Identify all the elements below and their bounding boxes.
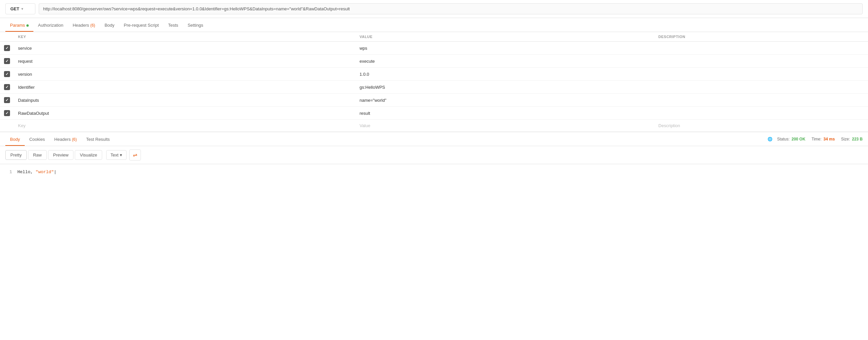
params-dot [26, 24, 29, 27]
row-checkbox[interactable] [4, 45, 10, 51]
param-value[interactable]: gs:HelloWPS [355, 81, 654, 94]
param-value[interactable]: execute [355, 55, 654, 68]
url-input[interactable] [39, 3, 863, 14]
col-value-header: VALUE [355, 32, 654, 42]
row-checkbox[interactable] [4, 97, 10, 103]
response-tab-body[interactable]: Body [5, 132, 25, 146]
table-row: KeyValueDescription [0, 120, 868, 132]
param-description[interactable] [654, 107, 868, 120]
response-tab-headers[interactable]: Headers (6) [50, 132, 82, 146]
tab-body[interactable]: Body [100, 18, 119, 32]
tab-pre-request-script[interactable]: Pre-request Script [119, 18, 163, 32]
format-btn-visualize[interactable]: Visualize [75, 150, 102, 160]
row-checkbox[interactable] [4, 110, 10, 116]
table-row: Identifiergs:HelloWPS [0, 81, 868, 94]
param-value[interactable]: 1.0.0 [355, 68, 654, 81]
request-tabs-bar: Params Authorization Headers (6) Body Pr… [0, 18, 868, 32]
code-content: Hello, "world"| [18, 170, 56, 174]
row-checkbox[interactable] [4, 84, 10, 90]
param-description[interactable] [654, 42, 868, 55]
globe-icon: 🌐 [768, 137, 773, 141]
table-row: servicewps [0, 42, 868, 55]
format-btn-pretty[interactable]: Pretty [5, 150, 27, 160]
param-description[interactable] [654, 68, 868, 81]
method-selector[interactable]: GET ▾ [5, 3, 35, 14]
response-section: Body Cookies Headers (6) Test Results 🌐 … [0, 132, 868, 180]
format-btn-raw[interactable]: Raw [28, 150, 47, 160]
tab-settings[interactable]: Settings [183, 18, 208, 32]
status-label: Status: [777, 137, 789, 141]
code-string-value: "world" [36, 170, 54, 174]
col-check-header [0, 32, 14, 42]
resp-headers-badge: (6) [72, 137, 77, 142]
format-btn-preview[interactable]: Preview [48, 150, 73, 160]
wrap-icon: ⇌ [133, 152, 137, 158]
param-key[interactable]: RawDataOutput [14, 107, 355, 120]
tab-authorization[interactable]: Authorization [33, 18, 68, 32]
line-number: 1 [5, 170, 12, 174]
param-key[interactable]: version [14, 68, 355, 81]
size-label: Size: [841, 137, 850, 141]
method-chevron: ▾ [21, 7, 23, 11]
tab-params[interactable]: Params [5, 18, 33, 32]
size-value: 223 B [852, 137, 863, 141]
time-label: Time: [812, 137, 822, 141]
table-row: RawDataOutputresult [0, 107, 868, 120]
time-value: 34 ms [824, 137, 835, 141]
format-type-label: Text [111, 152, 119, 158]
format-type-dropdown[interactable]: Text ▾ [106, 150, 127, 160]
url-bar: GET ▾ [0, 0, 868, 18]
response-tab-test-results[interactable]: Test Results [82, 132, 115, 146]
table-row: requestexecute [0, 55, 868, 68]
param-key[interactable]: request [14, 55, 355, 68]
param-value[interactable]: wps [355, 42, 654, 55]
row-checkbox[interactable] [4, 71, 10, 77]
format-bar: Pretty Raw Preview Visualize Text ▾ ⇌ [0, 146, 868, 164]
params-section: KEY VALUE DESCRIPTION servicewpsrequeste… [0, 32, 868, 132]
param-key[interactable]: DataInputs [14, 94, 355, 107]
param-description[interactable] [654, 55, 868, 68]
param-value[interactable]: result [355, 107, 654, 120]
param-description[interactable] [654, 94, 868, 107]
response-tab-cookies[interactable]: Cookies [25, 132, 50, 146]
response-tabs-left: Body Cookies Headers (6) Test Results [5, 132, 115, 146]
response-status-bar: 🌐 Status: 200 OK Time: 34 ms Size: 223 B [768, 137, 863, 141]
param-key[interactable]: Identifier [14, 81, 355, 94]
method-label: GET [10, 6, 19, 11]
table-row: DataInputsname="world" [0, 94, 868, 107]
col-key-header: KEY [14, 32, 355, 42]
response-tabs-bar: Body Cookies Headers (6) Test Results 🌐 … [0, 132, 868, 146]
col-desc-header: DESCRIPTION [654, 32, 868, 42]
param-value[interactable]: name="world" [355, 94, 654, 107]
tab-headers[interactable]: Headers (6) [68, 18, 100, 32]
wrap-button[interactable]: ⇌ [129, 149, 141, 161]
param-description: Description [654, 120, 868, 132]
params-table: KEY VALUE DESCRIPTION servicewpsrequeste… [0, 32, 868, 132]
param-key[interactable]: service [14, 42, 355, 55]
headers-badge: (6) [90, 23, 95, 28]
param-value: Value [355, 120, 654, 132]
table-row: version1.0.0 [0, 68, 868, 81]
row-checkbox[interactable] [4, 58, 10, 64]
status-value: 200 OK [792, 137, 805, 141]
code-area: 1 Hello, "world"| [0, 164, 868, 180]
param-key: Key [14, 120, 355, 132]
code-line-1: 1 Hello, "world"| [5, 170, 863, 174]
param-description[interactable] [654, 81, 868, 94]
tab-tests[interactable]: Tests [163, 18, 183, 32]
format-chevron-icon: ▾ [120, 152, 122, 158]
